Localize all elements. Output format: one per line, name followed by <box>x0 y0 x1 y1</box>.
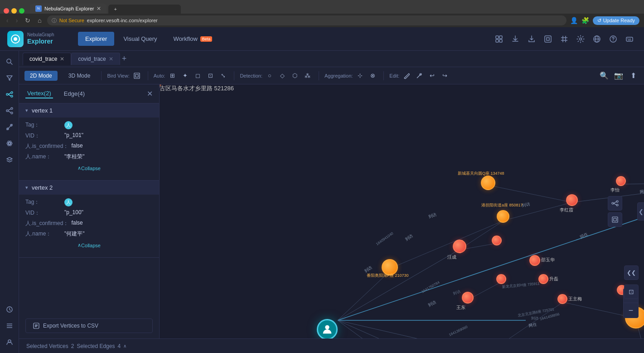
undo-btn[interactable]: ↩ <box>426 70 437 81</box>
fit-graph-btn[interactable]: ⊡ <box>624 284 639 299</box>
edge-ts-2: 到访 <box>531 316 538 321</box>
vertex-2-header[interactable]: ▾ vertex 2 <box>19 181 159 195</box>
auto-btn-5[interactable]: ⤡ <box>218 70 228 81</box>
update-ready-button[interactable]: ↺ Update Ready <box>593 16 639 25</box>
panel-tab-vertex[interactable]: Vertex(2) <box>25 89 53 98</box>
node-lihongxia[interactable] <box>566 194 578 206</box>
edit-btn-1[interactable] <box>401 70 412 81</box>
sidebar-share-icon[interactable] <box>2 103 17 118</box>
minimize-window-btn[interactable] <box>11 8 17 14</box>
tab-close-btn[interactable]: ✕ <box>97 5 101 12</box>
tool-expand-btn[interactable] <box>541 32 555 46</box>
export-csv-btn[interactable]: Export Vertices to CSV <box>25 319 153 333</box>
detection-btn-3[interactable]: ⬡ <box>290 70 300 81</box>
avatar-node-liguirong[interactable] <box>317 319 338 338</box>
address-bar[interactable]: ⓘ Not Secure explorer.vesoft-inc.com/exp… <box>47 15 567 25</box>
tool-settings-btn[interactable] <box>573 32 588 46</box>
mode-2d-btn[interactable]: 2D Mode <box>24 71 58 81</box>
auto-btn-1[interactable]: ⊞ <box>167 70 178 81</box>
node-wangcheng[interactable] <box>453 240 466 253</box>
selected-edges-item[interactable]: Selected Edges 4 <box>77 343 121 349</box>
sidebar-layers-icon[interactable] <box>2 152 17 167</box>
edit-btn-2[interactable] <box>414 70 425 81</box>
sidebar-search-icon[interactable] <box>2 54 17 69</box>
node-shaoyuhua[interactable] <box>529 255 540 266</box>
graph-minimap-btn[interactable] <box>608 212 622 227</box>
nav-item-workflow[interactable]: Workflow Beta <box>166 32 220 46</box>
toolbar-search-btn[interactable]: 🔍 <box>599 70 610 81</box>
tab-close-2[interactable]: ✕ <box>109 56 113 62</box>
detection-btn-4[interactable]: ⁂ <box>302 70 313 81</box>
svg-point-116 <box>616 204 618 206</box>
brand-top: NebulaGraph <box>27 32 54 38</box>
sidebar-atom-icon[interactable] <box>2 136 17 151</box>
tool-keyboard-btn[interactable] <box>622 32 637 46</box>
sidebar-user-icon[interactable] <box>2 335 17 349</box>
zoom-out-btn[interactable]: − <box>624 303 638 318</box>
detection-btn-1[interactable]: ○ <box>264 70 275 81</box>
bird-view-btn[interactable] <box>131 70 142 81</box>
close-window-btn[interactable] <box>4 8 9 14</box>
tool-schema-btn[interactable] <box>492 32 506 46</box>
profile-btn[interactable]: 👤 <box>570 17 578 24</box>
auto-btn-2[interactable]: ✦ <box>179 70 190 81</box>
sidebar-filter-icon[interactable] <box>2 71 17 85</box>
content-tab-2[interactable]: covid_trace ✕ <box>71 53 120 65</box>
not-secure-label: Not Secure <box>59 18 84 23</box>
node-small-2[interactable] <box>496 274 506 284</box>
collapse-panel-btn[interactable]: ❮ <box>637 202 644 221</box>
node-liyi[interactable] <box>616 176 626 186</box>
tool-help-btn[interactable] <box>606 32 620 46</box>
tool-grid-btn[interactable] <box>557 32 571 46</box>
browser-tab-new[interactable]: + <box>108 5 181 14</box>
nav-item-visual-query[interactable]: Visual Query <box>116 32 164 46</box>
forward-btn[interactable]: › <box>14 16 20 25</box>
vertex-2-collapse-btn[interactable]: ∧ Collapse <box>25 240 153 250</box>
edge-ts-6: 新龙北京郊H座 735911 <box>502 281 540 289</box>
vertex-1-header[interactable]: ▾ vertex 1 <box>19 103 159 118</box>
tool-download-btn[interactable] <box>524 32 539 46</box>
graph-layout-btn[interactable] <box>608 196 622 211</box>
add-tab-btn[interactable]: + <box>122 54 127 64</box>
nav-item-explorer[interactable]: Explorer <box>78 32 114 46</box>
home-btn[interactable]: ⌂ <box>36 16 43 25</box>
vertex-1-collapse-btn[interactable]: ∧ Collapse <box>25 163 153 173</box>
aggregation-btn-1[interactable]: ⊹ <box>354 70 365 81</box>
maximize-window-btn[interactable] <box>19 8 24 14</box>
panel-close-btn[interactable]: ✕ <box>147 89 153 98</box>
tool-import-btn[interactable] <box>508 32 523 46</box>
browser-tab-nebula[interactable]: N NebulaGraph Explorer ✕ <box>30 4 107 14</box>
aggregation-btn-2[interactable]: ⊗ <box>367 70 378 81</box>
graph-canvas[interactable]: 到访 到访 到访 到访 到访 到访 到访 到访 网住 网住 同住 同住 网住 到… <box>160 84 644 338</box>
collapse-all-btn[interactable]: ❮❮ <box>624 265 639 280</box>
detection-btn-2[interactable]: ◇ <box>277 70 288 81</box>
mode-3d-btn[interactable]: 3D Mode <box>63 71 96 81</box>
toolbar-export-btn[interactable]: ⬆ <box>628 70 639 81</box>
reload-btn[interactable]: ↻ <box>23 16 32 25</box>
svg-rect-5 <box>499 39 502 42</box>
status-chevron[interactable]: ∧ <box>123 343 126 348</box>
node-xincheng[interactable] <box>481 176 495 190</box>
sidebar-graph-icon[interactable] <box>2 87 17 102</box>
back-btn[interactable]: ‹ <box>5 16 10 25</box>
auto-btn-3[interactable]: ◻ <box>192 70 203 81</box>
content-tab-1[interactable]: covid_trace ✕ <box>23 53 71 65</box>
sidebar-history-icon[interactable] <box>2 302 17 317</box>
node-orange-portroad[interactable] <box>497 210 509 223</box>
toolbar-right: 🔍 📷 ⬆ <box>599 70 639 81</box>
node-shenlei[interactable] <box>538 274 548 284</box>
sidebar-list-icon[interactable] <box>2 319 17 333</box>
tool-globe-btn[interactable] <box>590 32 604 46</box>
node-small-1[interactable] <box>492 235 502 245</box>
panel-tab-edge[interactable]: Edge(4) <box>62 89 87 98</box>
selected-vertices-item[interactable]: Selected Vertices 2 Selected Edges 4 ∧ <box>26 343 126 349</box>
tab-close-1[interactable]: ✕ <box>60 56 64 62</box>
auto-btn-4[interactable]: ⊡ <box>205 70 216 81</box>
node-wangzhumei[interactable] <box>557 294 567 304</box>
node-orange-1[interactable] <box>382 259 398 275</box>
node-wangdong[interactable] <box>462 292 474 304</box>
extensions-btn[interactable]: 🧩 <box>581 17 589 24</box>
redo-btn[interactable]: ↪ <box>439 70 450 81</box>
toolbar-camera-btn[interactable]: 📷 <box>613 70 624 81</box>
sidebar-line-icon[interactable] <box>2 120 17 134</box>
